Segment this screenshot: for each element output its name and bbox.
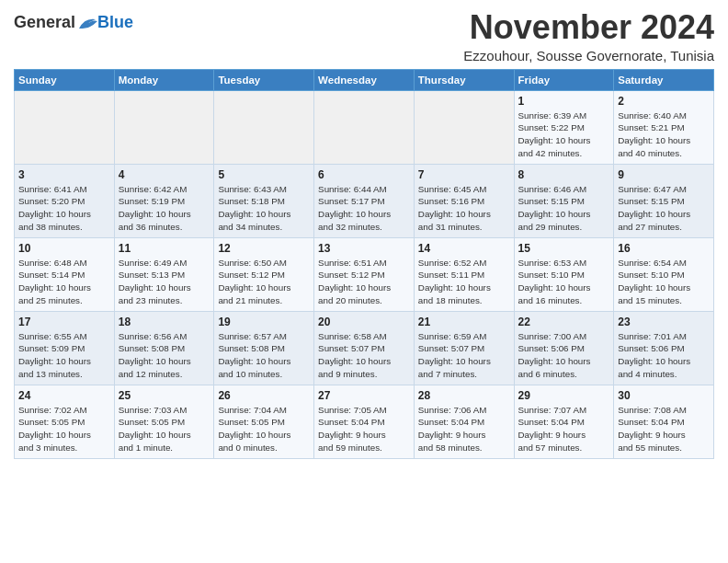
calendar-cell: 19Sunrise: 6:57 AM Sunset: 5:08 PM Dayli… (214, 311, 314, 385)
day-number: 21 (418, 316, 510, 328)
week-row-3: 10Sunrise: 6:48 AM Sunset: 5:14 PM Dayli… (15, 237, 714, 311)
page-container: General Blue November 2024 Ezzouhour, So… (0, 0, 728, 464)
logo-general-text: General (14, 13, 75, 32)
column-header-monday: Monday (114, 69, 214, 90)
day-info: Sunrise: 7:07 AM Sunset: 5:04 PM Dayligh… (518, 404, 610, 454)
day-info: Sunrise: 6:42 AM Sunset: 5:19 PM Dayligh… (119, 183, 210, 234)
day-number: 4 (119, 168, 210, 181)
calendar-cell: 5Sunrise: 6:43 AM Sunset: 5:18 PM Daylig… (214, 164, 314, 237)
calendar-cell: 20Sunrise: 6:58 AM Sunset: 5:07 PM Dayli… (314, 311, 415, 385)
column-header-wednesday: Wednesday (314, 69, 415, 90)
day-info: Sunrise: 6:48 AM Sunset: 5:14 PM Dayligh… (18, 257, 110, 307)
calendar-cell (414, 90, 514, 164)
day-info: Sunrise: 6:43 AM Sunset: 5:18 PM Dayligh… (218, 183, 310, 234)
day-info: Sunrise: 7:08 AM Sunset: 5:04 PM Dayligh… (618, 404, 710, 454)
day-info: Sunrise: 6:40 AM Sunset: 5:21 PM Dayligh… (618, 109, 710, 160)
day-info: Sunrise: 6:55 AM Sunset: 5:09 PM Dayligh… (18, 330, 110, 381)
calendar-cell: 10Sunrise: 6:48 AM Sunset: 5:14 PM Dayli… (15, 237, 115, 311)
calendar-cell: 2Sunrise: 6:40 AM Sunset: 5:21 PM Daylig… (614, 90, 714, 164)
calendar-cell: 3Sunrise: 6:41 AM Sunset: 5:20 PM Daylig… (15, 164, 115, 237)
location: Ezzouhour, Sousse Governorate, Tunisia (463, 48, 714, 63)
calendar-cell: 12Sunrise: 6:50 AM Sunset: 5:12 PM Dayli… (214, 237, 314, 311)
calendar-body: 1Sunrise: 6:39 AM Sunset: 5:22 PM Daylig… (15, 90, 714, 458)
day-info: Sunrise: 6:58 AM Sunset: 5:07 PM Dayligh… (318, 330, 410, 381)
header: General Blue November 2024 Ezzouhour, So… (14, 9, 714, 63)
calendar-cell: 28Sunrise: 7:06 AM Sunset: 5:04 PM Dayli… (414, 385, 514, 458)
logo-blue-text: Blue (97, 13, 133, 32)
calendar-cell (114, 90, 214, 164)
calendar-cell: 24Sunrise: 7:02 AM Sunset: 5:05 PM Dayli… (15, 385, 115, 458)
day-info: Sunrise: 6:44 AM Sunset: 5:17 PM Dayligh… (318, 183, 410, 234)
week-row-1: 1Sunrise: 6:39 AM Sunset: 5:22 PM Daylig… (15, 90, 714, 164)
day-info: Sunrise: 6:51 AM Sunset: 5:12 PM Dayligh… (318, 257, 410, 307)
day-info: Sunrise: 6:49 AM Sunset: 5:13 PM Dayligh… (119, 257, 210, 307)
day-number: 13 (318, 242, 410, 255)
day-number: 28 (418, 389, 510, 402)
day-number: 10 (18, 242, 110, 255)
day-number: 27 (318, 389, 410, 402)
day-number: 6 (318, 168, 410, 181)
day-info: Sunrise: 6:46 AM Sunset: 5:15 PM Dayligh… (518, 183, 610, 234)
calendar-cell: 27Sunrise: 7:05 AM Sunset: 5:04 PM Dayli… (314, 385, 415, 458)
day-number: 16 (618, 242, 710, 255)
calendar-cell: 6Sunrise: 6:44 AM Sunset: 5:17 PM Daylig… (314, 164, 415, 237)
day-info: Sunrise: 7:03 AM Sunset: 5:05 PM Dayligh… (119, 404, 210, 454)
column-header-friday: Friday (514, 69, 614, 90)
calendar-cell: 9Sunrise: 6:47 AM Sunset: 5:15 PM Daylig… (614, 164, 714, 237)
day-info: Sunrise: 6:57 AM Sunset: 5:08 PM Dayligh… (218, 330, 310, 381)
day-info: Sunrise: 6:53 AM Sunset: 5:10 PM Dayligh… (518, 257, 610, 307)
day-info: Sunrise: 6:41 AM Sunset: 5:20 PM Dayligh… (18, 183, 110, 234)
day-info: Sunrise: 7:04 AM Sunset: 5:05 PM Dayligh… (218, 404, 310, 454)
calendar-cell (214, 90, 314, 164)
calendar-cell: 17Sunrise: 6:55 AM Sunset: 5:09 PM Dayli… (15, 311, 115, 385)
calendar-cell: 15Sunrise: 6:53 AM Sunset: 5:10 PM Dayli… (514, 237, 614, 311)
logo-bird-icon (77, 16, 97, 30)
day-number: 20 (318, 316, 410, 328)
calendar-cell: 29Sunrise: 7:07 AM Sunset: 5:04 PM Dayli… (514, 385, 614, 458)
month-title: November 2024 (463, 9, 714, 46)
day-info: Sunrise: 6:54 AM Sunset: 5:10 PM Dayligh… (618, 257, 710, 307)
day-number: 2 (618, 95, 710, 108)
calendar-cell: 7Sunrise: 6:45 AM Sunset: 5:16 PM Daylig… (414, 164, 514, 237)
calendar-cell (15, 90, 115, 164)
calendar-cell: 30Sunrise: 7:08 AM Sunset: 5:04 PM Dayli… (614, 385, 714, 458)
day-info: Sunrise: 6:47 AM Sunset: 5:15 PM Dayligh… (618, 183, 710, 234)
day-number: 22 (518, 316, 610, 328)
day-info: Sunrise: 6:52 AM Sunset: 5:11 PM Dayligh… (418, 257, 510, 307)
column-header-tuesday: Tuesday (214, 69, 314, 90)
column-header-saturday: Saturday (614, 69, 714, 90)
week-row-4: 17Sunrise: 6:55 AM Sunset: 5:09 PM Dayli… (15, 311, 714, 385)
day-number: 15 (518, 242, 610, 255)
day-number: 26 (218, 389, 310, 402)
day-number: 11 (119, 242, 210, 255)
day-number: 12 (218, 242, 310, 255)
calendar-cell: 16Sunrise: 6:54 AM Sunset: 5:10 PM Dayli… (614, 237, 714, 311)
calendar-cell: 14Sunrise: 6:52 AM Sunset: 5:11 PM Dayli… (414, 237, 514, 311)
day-info: Sunrise: 6:50 AM Sunset: 5:12 PM Dayligh… (218, 257, 310, 307)
calendar-cell: 22Sunrise: 7:00 AM Sunset: 5:06 PM Dayli… (514, 311, 614, 385)
day-number: 7 (418, 168, 510, 181)
day-number: 1 (518, 95, 610, 108)
calendar-cell: 21Sunrise: 6:59 AM Sunset: 5:07 PM Dayli… (414, 311, 514, 385)
day-info: Sunrise: 7:01 AM Sunset: 5:06 PM Dayligh… (618, 330, 710, 381)
day-number: 9 (618, 168, 710, 181)
day-info: Sunrise: 7:02 AM Sunset: 5:05 PM Dayligh… (18, 404, 110, 454)
day-info: Sunrise: 6:39 AM Sunset: 5:22 PM Dayligh… (518, 109, 610, 160)
day-number: 19 (218, 316, 310, 328)
calendar-cell: 26Sunrise: 7:04 AM Sunset: 5:05 PM Dayli… (214, 385, 314, 458)
day-number: 14 (418, 242, 510, 255)
day-info: Sunrise: 6:56 AM Sunset: 5:08 PM Dayligh… (119, 330, 210, 381)
week-row-5: 24Sunrise: 7:02 AM Sunset: 5:05 PM Dayli… (15, 385, 714, 458)
day-number: 5 (218, 168, 310, 181)
calendar-header: SundayMondayTuesdayWednesdayThursdayFrid… (15, 69, 714, 90)
day-number: 17 (18, 316, 110, 328)
day-info: Sunrise: 6:45 AM Sunset: 5:16 PM Dayligh… (418, 183, 510, 234)
column-header-sunday: Sunday (15, 69, 115, 90)
logo: General Blue (14, 9, 133, 32)
day-number: 3 (18, 168, 110, 181)
calendar-cell: 8Sunrise: 6:46 AM Sunset: 5:15 PM Daylig… (514, 164, 614, 237)
day-info: Sunrise: 6:59 AM Sunset: 5:07 PM Dayligh… (418, 330, 510, 381)
day-info: Sunrise: 7:06 AM Sunset: 5:04 PM Dayligh… (418, 404, 510, 454)
day-number: 30 (618, 389, 710, 402)
day-number: 25 (119, 389, 210, 402)
